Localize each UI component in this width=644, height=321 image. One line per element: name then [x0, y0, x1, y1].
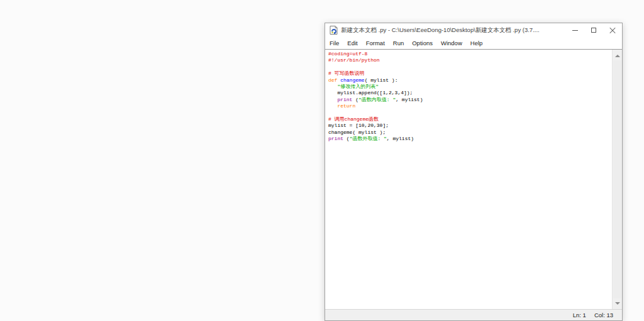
code-token-normal [328, 103, 337, 109]
menu-options[interactable]: Options [412, 40, 433, 46]
code-line [328, 64, 612, 70]
code-token-comment: #!/usr/bin/python [328, 57, 380, 63]
close-button[interactable] [603, 23, 622, 37]
code-token-normal: , mylist) [396, 97, 423, 102]
code-token-normal [328, 84, 337, 89]
code-token-comment: #coding=utf-8 [328, 51, 367, 57]
editor-pane: #coding=utf-8#!/usr/bin/python# 可写函数说明de… [325, 49, 622, 309]
code-text-area[interactable]: #coding=utf-8#!/usr/bin/python# 可写函数说明de… [326, 50, 612, 309]
menu-file[interactable]: File [330, 40, 339, 46]
code-token-builtin: print [337, 97, 352, 102]
code-token-normal: ( [352, 97, 358, 102]
code-line: # 调用changeme函数 [328, 116, 612, 122]
code-token-comment: # 调用changeme函数 [328, 116, 379, 122]
code-line: #!/usr/bin/python [328, 57, 612, 63]
menu-format[interactable]: Format [366, 40, 385, 46]
code-token-normal: , mylist) [387, 136, 414, 141]
maximize-button[interactable] [584, 23, 603, 37]
code-line: mylist = [10,20,30]; [328, 122, 612, 129]
code-line: changeme( mylist ); [328, 129, 612, 136]
scroll-up-icon [615, 55, 620, 57]
menu-run[interactable]: Run [393, 40, 404, 46]
code-line: print ("函数内取值: ", mylist) [328, 97, 612, 103]
status-column-number: Col: 13 [594, 312, 613, 318]
code-token-string: "函数内取值: " [358, 97, 396, 102]
minimize-icon [572, 30, 578, 31]
code-line: # 可写函数说明 [328, 70, 612, 77]
code-token-string: "修改传入的列表" [337, 84, 379, 89]
code-line: print ("函数外取值: ", mylist) [328, 136, 612, 142]
maximize-icon [591, 28, 596, 33]
code-token-string: "函数外取值: " [350, 136, 387, 141]
code-token-normal: ( mylist ): [365, 77, 398, 83]
menu-bar: File Edit Format Run Options Window Help [325, 37, 622, 49]
window-controls [565, 23, 622, 37]
scroll-up-button[interactable] [613, 51, 622, 60]
code-token-normal [328, 97, 337, 102]
code-line: #coding=utf-8 [328, 51, 612, 57]
code-token-builtin: print [328, 136, 343, 141]
code-token-comment: # 可写函数说明 [328, 70, 365, 76]
code-token-normal: mylist.append([1,2,3,4]); [328, 90, 413, 95]
scroll-down-button[interactable] [613, 298, 622, 308]
code-line: "修改传入的列表" [328, 84, 612, 90]
idle-file-icon [330, 26, 338, 35]
code-line: def changeme( mylist ): [328, 77, 612, 84]
code-line [328, 110, 612, 116]
code-token-normal: changeme( mylist ); [328, 129, 386, 135]
code-token-keyword: def [328, 77, 337, 83]
minimize-button[interactable] [565, 23, 584, 37]
status-line-number: Ln: 1 [573, 312, 586, 318]
scroll-down-icon [615, 302, 620, 305]
window-title: 新建文本文档 .py - C:\Users\EeeDong-10\Desktop… [341, 26, 565, 35]
menu-window[interactable]: Window [441, 40, 462, 46]
code-line: mylist.append([1,2,3,4]); [328, 90, 612, 96]
code-token-normal: ( [343, 136, 350, 141]
vertical-scrollbar[interactable] [612, 50, 622, 309]
close-icon [609, 27, 616, 33]
code-token-definition: changeme [340, 77, 364, 83]
menu-help[interactable]: Help [470, 40, 483, 46]
title-bar[interactable]: 新建文本文档 .py - C:\Users\EeeDong-10\Desktop… [325, 23, 622, 37]
code-token-keyword: return [337, 103, 355, 109]
code-token-normal: mylist = [10,20,30]; [328, 122, 389, 128]
code-line: return [328, 103, 612, 109]
menu-edit[interactable]: Edit [347, 40, 357, 46]
status-bar: Ln: 1 Col: 13 [325, 309, 622, 320]
idle-editor-window: 新建文本文档 .py - C:\Users\EeeDong-10\Desktop… [325, 23, 623, 321]
scrollbar-thumb[interactable] [613, 60, 621, 298]
